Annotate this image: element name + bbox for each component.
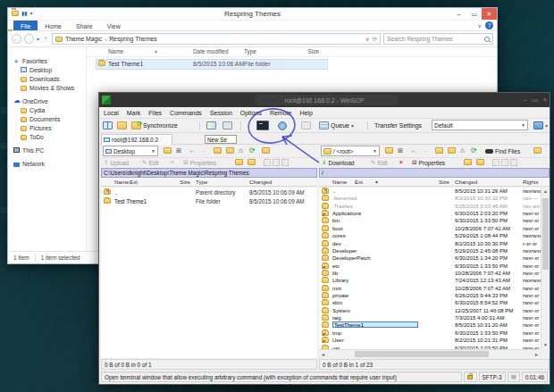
sidebar-item[interactable]: This PC	[8, 146, 86, 154]
forward-icon[interactable]: →	[421, 146, 428, 155]
desktop-icon[interactable]	[1, 107, 7, 113]
queue-button[interactable]: Queue ▾	[319, 121, 354, 130]
menu-item[interactable]: Help	[299, 110, 312, 116]
ribbon-tab[interactable]: Home	[38, 21, 69, 30]
ribbon-tab[interactable]: File	[13, 21, 38, 30]
find-files-button[interactable]: Find Files	[485, 146, 520, 156]
explorer-titlebar[interactable]: ▮▮ ▾ Respring Themes – ▭ ✕	[8, 8, 497, 21]
search-icon[interactable]	[484, 37, 490, 42]
file-row[interactable]: TestTheme1 8/5/2015 10:31:20 AM rwxr-xr	[319, 321, 541, 329]
file-row[interactable]: taig 7/3/2015 4:00:31 AM rwxr-xr	[319, 314, 541, 321]
synchronize-button[interactable]: Synchronize	[131, 121, 178, 130]
file-row[interactable]: dev 8/2/2015 10:30:30 PM r-xr-xr	[319, 240, 541, 247]
minimize-button[interactable]: –	[451, 8, 466, 20]
file-row[interactable]: DeveloperPatch 6/30/2015 1:34:20 PM rwxr…	[319, 254, 541, 262]
properties-button[interactable]: ⊟Properties	[412, 159, 445, 166]
file-row[interactable]: mnt 10/28/2006 7:07:42 AM rwxr-xr	[319, 285, 541, 292]
bookmark-icon[interactable]	[262, 147, 270, 154]
panel-layout-icon[interactable]	[103, 121, 113, 129]
ribbon-expand-icon[interactable]: ∨	[478, 22, 482, 29]
delete-button[interactable]: ×	[399, 159, 403, 165]
column-header-type[interactable]: Type	[244, 48, 256, 54]
url-icon[interactable]	[278, 121, 287, 130]
horizontal-scrollbar[interactable]: ◄ ►	[319, 349, 541, 358]
file-row[interactable]: boot 10/28/2006 7:07:42 AM rwxr-xr	[319, 225, 541, 232]
session-tab[interactable]: root@192.168.0.2	[101, 134, 172, 145]
background-transfers-icon[interactable]	[301, 121, 311, 129]
menu-item[interactable]: Options	[240, 110, 262, 116]
ribbon-tab[interactable]: View	[100, 21, 128, 30]
column-header-changed[interactable]: Changed	[249, 179, 272, 185]
breadcrumb-item[interactable]: Theme Magic	[65, 36, 102, 42]
file-row[interactable]: User 8/2/2015 10:21:31 PM rwxr-xr	[319, 337, 541, 344]
scroll-right-icon[interactable]: ►	[533, 350, 541, 358]
menu-item[interactable]: Files	[148, 110, 162, 116]
new-folder-button[interactable]	[235, 159, 243, 165]
refresh-icon[interactable]: ⟳	[471, 146, 477, 155]
menu-item[interactable]: Mark	[127, 110, 141, 116]
home-directory-icon[interactable]: ⌂	[239, 146, 243, 155]
remote-path-bar[interactable]: /	[319, 168, 550, 178]
close-button[interactable]: ×	[543, 96, 547, 104]
protocol-status[interactable]: SFTP-3	[479, 371, 506, 382]
upload-button[interactable]: ⇑Upload	[104, 159, 129, 166]
edit-button[interactable]: ✎Edit	[142, 159, 159, 166]
file-row[interactable]: cores 5/29/2015 1:08:44 PM rwxrwxr	[319, 232, 541, 239]
up-button[interactable]: ↑	[44, 35, 47, 43]
home-directory-icon[interactable]: ⌂	[460, 146, 465, 155]
sidebar-item[interactable]: Network	[8, 159, 86, 168]
history-dropdown-icon[interactable]: ▾	[37, 36, 39, 42]
scroll-up-icon[interactable]: ▲	[541, 188, 550, 196]
column-header-size[interactable]: Size	[294, 48, 319, 54]
compare-directories-icon[interactable]	[117, 121, 127, 129]
file-row[interactable]: private 6/26/2015 9:44:33 PM rwxr-xr	[319, 292, 541, 299]
tree-toggle-icon[interactable]: ⊞	[176, 146, 181, 155]
column-header-ext[interactable]: Ext	[130, 179, 138, 185]
file-row[interactable]: tmp 6/30/2015 1:33:50 PM rwxr-xr	[319, 329, 541, 337]
edit-button[interactable]: ✎Edit	[371, 159, 388, 166]
file-row[interactable]: System 12/25/2007 11:46:08 PM rwxr-xr	[319, 307, 541, 314]
local-drive-select[interactable]: Desktop ▼	[103, 146, 158, 156]
refresh-icon[interactable]: ⟳	[373, 36, 377, 43]
breadcrumb-item[interactable]: Respring Themes	[109, 36, 157, 42]
column-header-rights[interactable]: Rights	[523, 179, 539, 185]
maximize-button[interactable]: ▭	[466, 8, 482, 20]
minimize-button[interactable]: –	[523, 96, 526, 104]
forward-button[interactable]: →	[24, 34, 34, 44]
menu-item[interactable]: Local	[104, 110, 119, 116]
vertical-scrollbar[interactable]: ▲ ▼	[541, 188, 550, 349]
file-row[interactable]: Library 7/24/2015 12:13:43 AM rwxrwxr	[319, 277, 541, 284]
ribbon-tab[interactable]: Share	[69, 21, 100, 30]
menu-item[interactable]: Commands	[170, 110, 202, 116]
root-directory-icon[interactable]	[448, 147, 456, 154]
parent-directory-icon[interactable]	[435, 147, 443, 154]
download-button[interactable]: ⇓Download	[322, 159, 354, 166]
column-header-type[interactable]: Type	[196, 179, 207, 185]
address-dropdown-icon[interactable]: ∨	[365, 36, 370, 43]
column-header-size[interactable]: Size	[439, 179, 449, 185]
column-header-size[interactable]: Size	[180, 179, 190, 185]
file-row[interactable]: lib 10/28/2006 7:07:42 AM rwxr-xr	[319, 270, 541, 277]
file-row[interactable]: .fseventsd 8/2/2015 10:30:32 PM rwx----	[319, 195, 541, 202]
column-header-name[interactable]: Name	[332, 179, 348, 185]
maximize-button[interactable]: ▭	[532, 96, 538, 104]
new-folder-button[interactable]	[464, 159, 472, 165]
select-buttons[interactable]	[264, 159, 289, 166]
back-button[interactable]: ←	[12, 34, 21, 44]
file-row[interactable]: Developer 5/29/2015 2:45:08 PM rwxrwxr	[319, 247, 541, 254]
delete-button[interactable]: ×	[171, 159, 174, 165]
file-row[interactable]: .. Parent directory 8/5/2015 10:06:09 AM	[101, 188, 317, 196]
bookmark-icon[interactable]	[533, 147, 541, 154]
sidebar-item[interactable]: Pictures	[8, 123, 86, 132]
menu-item[interactable]: Session	[210, 110, 232, 116]
back-icon[interactable]: ←	[410, 146, 417, 155]
select-buttons[interactable]	[492, 159, 517, 166]
transfer-settings-select[interactable]: Default ▼	[432, 120, 528, 130]
back-icon[interactable]: ←	[189, 146, 196, 155]
close-button[interactable]: ✕	[482, 8, 497, 20]
preferences-icon[interactable]	[533, 121, 543, 129]
column-header-ext[interactable]: Ext	[355, 179, 363, 185]
file-row[interactable]: Test Theme1 8/5/2015 10:06 AM File folde…	[87, 59, 497, 70]
open-terminal-icon[interactable]	[256, 121, 269, 130]
file-row[interactable]: Test Theme1 File folder 8/5/2015 10:06:0…	[101, 196, 317, 205]
